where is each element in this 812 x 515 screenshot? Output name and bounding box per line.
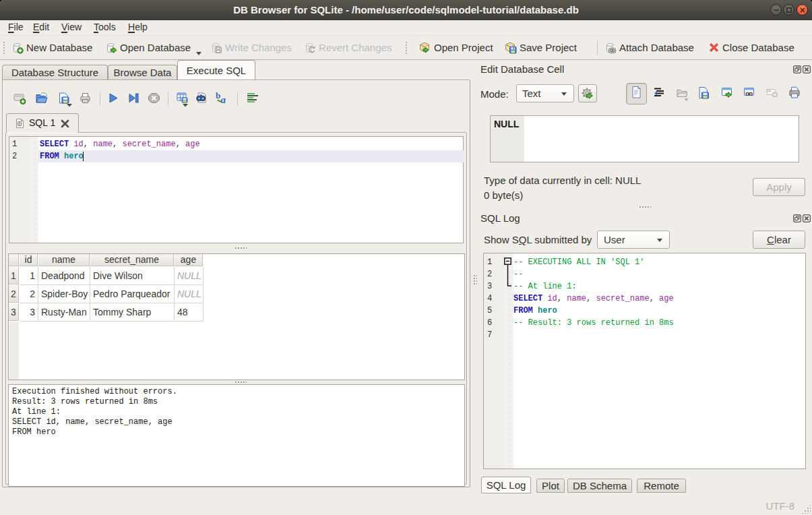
svg-text:b: b <box>216 90 220 100</box>
svg-text:a: a <box>221 94 226 105</box>
